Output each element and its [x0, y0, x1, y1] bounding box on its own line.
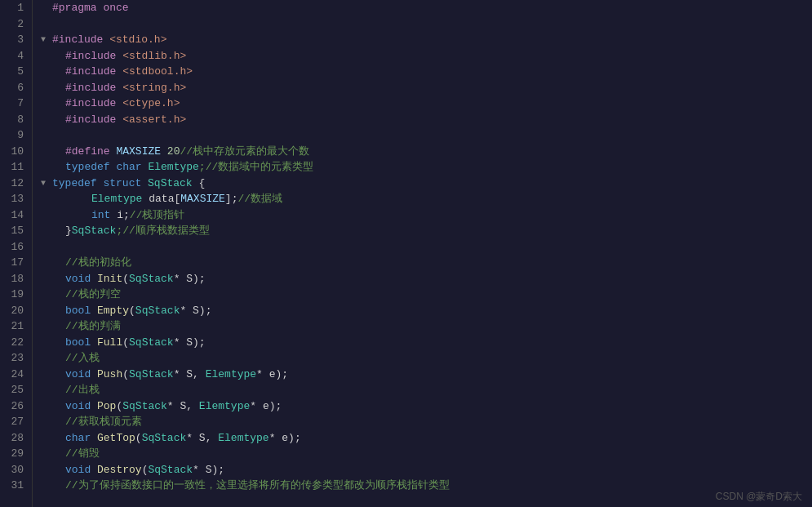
- token-comment: //栈的判满: [65, 318, 121, 335]
- token-kw2: #include: [52, 32, 109, 48]
- code-line: void Init(SqStack* S);: [41, 271, 812, 287]
- token-kw2: #include: [65, 112, 122, 128]
- token-plain: }: [65, 223, 72, 239]
- code-line: #include <string.h>: [41, 80, 812, 96]
- code-line: //入栈: [41, 350, 812, 367]
- token-kw: char: [116, 159, 148, 176]
- line-number: 12: [8, 176, 24, 192]
- watermark: CSDN @蒙奇D索大: [716, 490, 802, 504]
- token-type: Elemtype: [206, 367, 256, 383]
- line-number: 14: [8, 207, 24, 224]
- token-plain: * S);: [174, 271, 206, 287]
- token-define-val: 20: [161, 144, 180, 160]
- code-line: //为了保持函数接口的一致性，这里选择将所有的传参类型都改为顺序栈指针类型: [41, 478, 812, 494]
- code-line: void Pop(SqStack* S, Elemtype* e);: [41, 398, 812, 415]
- line-number: 31: [8, 478, 24, 494]
- token-plain: (: [135, 430, 142, 447]
- token-kw2: #include: [65, 96, 122, 112]
- token-plain: (: [122, 335, 129, 351]
- token-comment: //为了保持函数接口的一致性，这里选择将所有的传参类型都改为顺序栈指针类型: [65, 478, 450, 494]
- line-number: 15: [8, 223, 24, 239]
- line-number: 22: [8, 335, 24, 351]
- token-plain: * e);: [256, 367, 288, 383]
- line-number: 6: [8, 80, 24, 96]
- token-kw: int: [91, 207, 117, 224]
- token-func: Empty: [97, 303, 129, 319]
- token-comment: //数据域: [237, 191, 282, 207]
- token-plain: * S,: [167, 398, 199, 415]
- token-str: <assert.h>: [122, 112, 186, 128]
- line-number: 17: [8, 255, 24, 271]
- code-line: void Destroy(SqStack* S);: [41, 462, 812, 478]
- token-kw: typedef: [52, 176, 103, 192]
- token-func: GetTop: [97, 430, 135, 447]
- line-number: 13: [8, 191, 24, 207]
- token-type: SqStack: [148, 176, 193, 192]
- code-line: //栈的判空: [41, 287, 812, 303]
- code-line: int i;//栈顶指针: [41, 207, 812, 224]
- token-comment: ;//数据域中的元素类型: [199, 159, 313, 176]
- token-kw2: #include: [65, 80, 122, 96]
- fold-button[interactable]: ▼: [41, 176, 51, 192]
- token-kw: void: [65, 398, 97, 415]
- code-line: void Push(SqStack* S, Elemtype* e);: [41, 367, 812, 383]
- line-number: 27: [8, 414, 24, 430]
- code-line: #define MAXSIZE 20//栈中存放元素的最大个数: [41, 144, 812, 160]
- code-line: #include <assert.h>: [41, 112, 812, 128]
- token-type: SqStack: [142, 430, 187, 447]
- token-type: SqStack: [122, 398, 167, 415]
- token-plain: {: [193, 176, 206, 192]
- code-line: ▼#include <stdio.h>: [41, 32, 812, 48]
- code-area: 1234567891011121314151617181920212223242…: [0, 0, 812, 507]
- line-number: 25: [8, 382, 24, 398]
- token-comment: //获取栈顶元素: [65, 414, 142, 430]
- token-plain: * S);: [174, 335, 206, 351]
- token-str: <stdlib.h>: [122, 48, 186, 64]
- code-content[interactable]: #pragma once▼#include <stdio.h>#include …: [33, 0, 812, 507]
- token-kw: bool: [65, 303, 97, 319]
- token-str: <ctype.h>: [122, 96, 180, 112]
- code-line: char GetTop(SqStack* S, Elemtype* e);: [41, 430, 812, 447]
- code-line: bool Empty(SqStack* S);: [41, 303, 812, 319]
- token-plain: (: [129, 303, 135, 319]
- line-number: 16: [8, 239, 24, 256]
- token-comment: //栈中存放元素的最大个数: [180, 144, 309, 160]
- line-number: 20: [8, 303, 24, 319]
- line-number: 19: [8, 287, 24, 303]
- fold-button[interactable]: ▼: [41, 32, 51, 48]
- token-type: SqStack: [148, 462, 193, 478]
- code-line: //栈的初始化: [41, 255, 812, 271]
- code-line: //获取栈顶元素: [41, 414, 812, 430]
- line-number: 3: [8, 32, 24, 48]
- token-kw: void: [65, 271, 97, 287]
- code-line: typedef char Elemtype;//数据域中的元素类型: [41, 159, 812, 176]
- token-func: Destroy: [97, 462, 142, 478]
- token-comment: ;//顺序栈数据类型: [116, 223, 209, 239]
- token-func: Init: [97, 271, 122, 287]
- line-number: 4: [8, 48, 24, 64]
- line-number: 1: [8, 0, 24, 16]
- token-type: SqStack: [72, 223, 117, 239]
- token-plain: * S);: [180, 303, 211, 319]
- line-number: 30: [8, 462, 24, 478]
- code-line: [41, 16, 812, 33]
- token-kw2: #include: [65, 48, 122, 64]
- line-number: 24: [8, 367, 24, 383]
- code-line: [41, 239, 812, 256]
- token-kw2: #include: [65, 64, 122, 80]
- line-number: 2: [8, 16, 24, 33]
- token-comment: //栈的初始化: [65, 255, 131, 271]
- line-number: 9: [8, 127, 24, 144]
- token-func: Pop: [97, 398, 116, 415]
- token-type: Elemtype: [148, 159, 198, 176]
- token-func: Full: [97, 335, 122, 351]
- token-kw: typedef: [65, 159, 116, 176]
- line-number: 26: [8, 398, 24, 415]
- code-line: #include <stdbool.h>: [41, 64, 812, 80]
- token-plain: * S,: [186, 430, 218, 447]
- code-line: [41, 127, 812, 144]
- code-line: ▼typedef struct SqStack {: [41, 176, 812, 192]
- code-line: Elemtype data[MAXSIZE];//数据域: [41, 191, 812, 207]
- token-type: SqStack: [135, 303, 180, 319]
- line-number: 18: [8, 271, 24, 287]
